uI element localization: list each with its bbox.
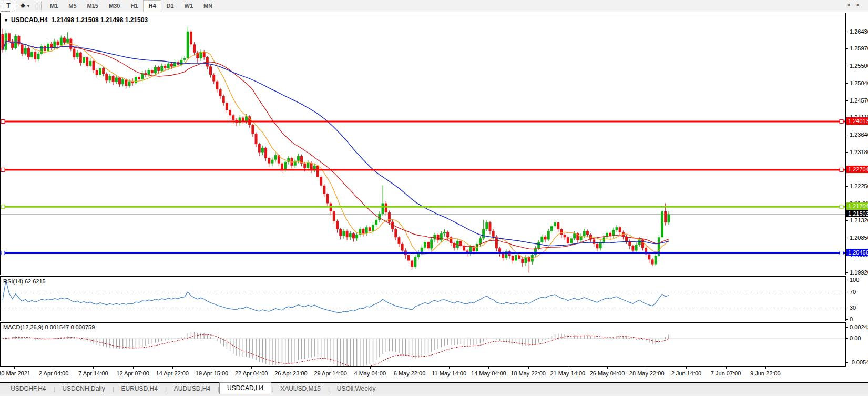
- candle: [641, 239, 644, 247]
- candle: [255, 134, 258, 144]
- hline-resistance-1[interactable]: [1, 119, 845, 123]
- candle: [336, 221, 339, 229]
- candle: [609, 233, 611, 236]
- date-label: 6 May 22:00: [394, 370, 426, 377]
- timeframe-button-h1[interactable]: H1: [125, 0, 143, 12]
- candle: [76, 53, 79, 57]
- axis-tick-label: 1.21320: [850, 217, 868, 224]
- axis-tick-label: 70: [850, 289, 856, 295]
- timeframe-button-d1[interactable]: D1: [161, 0, 179, 12]
- rsi-indicator-pane[interactable]: [0, 276, 846, 321]
- date-label: 22 Apr 04:00: [235, 370, 268, 377]
- timeframe-button-h4[interactable]: H4: [143, 0, 161, 12]
- candle: [193, 44, 196, 52]
- date-label: 2 Jun 14:00: [671, 370, 702, 377]
- candle: [355, 235, 358, 238]
- chart-tab-usdcnh-daily[interactable]: USDCNH,Daily: [55, 384, 112, 394]
- date-label: 7 Jun 07:00: [711, 370, 741, 377]
- shapes-tool-button[interactable]: ❖ ▾: [17, 1, 32, 11]
- axis-tick-label: 0: [850, 316, 853, 322]
- candle: [489, 222, 492, 231]
- candle: [635, 245, 638, 250]
- candles: [2, 27, 670, 273]
- candle: [512, 256, 514, 260]
- hline-handle: [1, 251, 5, 255]
- status-strip: [0, 394, 868, 396]
- hline-breakout[interactable]: [1, 205, 845, 209]
- candle: [167, 64, 170, 68]
- candle: [521, 259, 524, 263]
- chart-tab-usdcad-h4[interactable]: USDCAD,H4: [219, 382, 271, 394]
- candle: [667, 214, 670, 222]
- candle: [86, 57, 88, 66]
- macd-indicator-pane[interactable]: [0, 322, 846, 367]
- candle: [212, 75, 215, 82]
- candle: [284, 162, 287, 169]
- price-chart-pane[interactable]: [0, 13, 846, 275]
- candle: [245, 116, 248, 121]
- candle: [135, 77, 137, 83]
- hline-resistance-2[interactable]: [1, 168, 845, 171]
- timeframe-button-m30[interactable]: M30: [104, 0, 125, 12]
- shapes-icon: ❖: [20, 2, 26, 9]
- candle: [394, 229, 397, 237]
- candle: [606, 233, 608, 237]
- candle: [567, 237, 569, 243]
- candle: [333, 211, 335, 221]
- price-axis[interactable]: 1.264301.259701.255001.250401.245701.241…: [846, 13, 868, 383]
- candle: [281, 164, 283, 169]
- candle: [570, 238, 573, 243]
- candle: [154, 67, 157, 73]
- candle: [44, 46, 46, 51]
- hline-price-label-breakout: 1.21704: [846, 202, 868, 210]
- hline-handle: [1, 205, 5, 209]
- toolbar-grip[interactable]: [37, 2, 42, 10]
- date-axis[interactable]: 30 Mar 20212 Apr 04:007 Apr 14:0012 Apr …: [0, 367, 868, 383]
- candle: [537, 242, 540, 248]
- timeframe-button-m1[interactable]: M1: [45, 0, 63, 12]
- hline-handle: [840, 119, 843, 123]
- candle: [118, 78, 121, 85]
- candle: [310, 163, 313, 170]
- candle: [596, 244, 598, 248]
- date-label: 26 May 04:00: [590, 370, 625, 377]
- chart-header: ▼USDCAD,H4 1.21498 1.21508 1.21498 1.215…: [4, 16, 148, 24]
- date-label: 19 Apr 15:00: [196, 370, 228, 377]
- candle: [27, 48, 30, 57]
- timeframe-button-mn[interactable]: MN: [198, 0, 218, 12]
- timeframe-button-m5[interactable]: M5: [63, 0, 81, 12]
- candle: [583, 231, 586, 236]
- candle: [157, 67, 160, 71]
- candle: [385, 204, 387, 213]
- candle: [190, 32, 192, 45]
- price-chart-canvas: [1, 13, 845, 275]
- chart-tab-usoil-weekly[interactable]: USOil,Weekly: [330, 384, 383, 394]
- candle: [47, 44, 49, 51]
- chart-tab-eurusd-h4[interactable]: EURUSD,H4: [114, 384, 165, 394]
- candle: [30, 52, 33, 57]
- collapse-triangle-icon[interactable]: ▼: [4, 18, 8, 23]
- date-label: 26 Apr 23:00: [274, 370, 307, 377]
- chart-tab-xauusd-m15[interactable]: XAUUSD,M15: [273, 384, 328, 394]
- candle: [407, 255, 410, 261]
- axis-tick-label: 1.25040: [850, 80, 868, 86]
- chart-tab-audusd-h4[interactable]: AUDUSD,H4: [167, 384, 218, 394]
- candle: [411, 260, 413, 267]
- hline-handle: [840, 168, 843, 171]
- candle: [362, 229, 364, 233]
- chart-tab-usdchf-h4[interactable]: USDCHF,H4: [3, 384, 53, 394]
- tab-scroll-right-icon[interactable]: ►: [856, 2, 866, 7]
- candle: [479, 238, 482, 244]
- axis-tick-label: 1.23640: [850, 131, 868, 138]
- candle: [160, 66, 163, 71]
- text-tool-button[interactable]: T: [1, 1, 16, 12]
- candle: [414, 257, 416, 267]
- timeframe-button-w1[interactable]: W1: [179, 0, 199, 12]
- tab-scroll-left-icon[interactable]: ◄: [846, 2, 856, 7]
- date-label: 30 Mar 2021: [0, 370, 30, 377]
- candle: [382, 204, 384, 214]
- candle: [115, 78, 118, 82]
- candle: [187, 32, 189, 58]
- date-label: 14 Apr 22:00: [156, 370, 189, 377]
- timeframe-button-m15[interactable]: M15: [82, 0, 104, 12]
